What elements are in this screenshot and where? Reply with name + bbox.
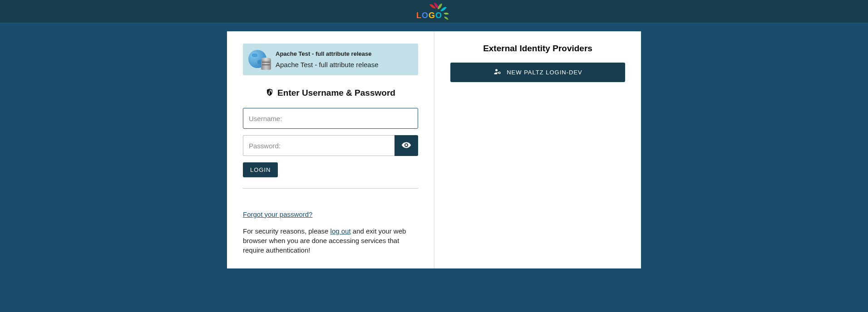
form-heading: Enter Username & Password bbox=[243, 88, 418, 98]
forgot-password-link[interactable]: Forgot your password? bbox=[243, 210, 418, 218]
login-panel: Apache Test - full attribute release Apa… bbox=[227, 31, 434, 268]
logout-link[interactable]: log out bbox=[330, 227, 351, 235]
svg-point-0 bbox=[495, 69, 498, 71]
logo-leaves-icon: LOGO bbox=[416, 2, 452, 20]
external-idp-panel: External Identity Providers NEW PALTZ LO… bbox=[434, 31, 641, 268]
password-row bbox=[243, 135, 418, 156]
person-key-icon bbox=[493, 67, 502, 78]
eye-icon bbox=[401, 140, 411, 151]
password-input[interactable] bbox=[243, 135, 395, 156]
username-input[interactable] bbox=[243, 108, 418, 129]
security-notice: For security reasons, please log out and… bbox=[243, 226, 418, 255]
security-prefix: For security reasons, please bbox=[243, 227, 330, 235]
svg-point-1 bbox=[498, 72, 500, 74]
form-heading-text: Enter Username & Password bbox=[277, 88, 395, 98]
service-globe-db-icon bbox=[248, 50, 272, 69]
divider bbox=[243, 188, 418, 189]
service-text: Apache Test - full attribute release Apa… bbox=[276, 50, 413, 68]
main-container: Apache Test - full attribute release Apa… bbox=[227, 31, 641, 268]
service-description: Apache Test - full attribute release bbox=[276, 61, 413, 68]
external-idp-heading: External Identity Providers bbox=[450, 44, 625, 54]
service-banner: Apache Test - full attribute release Apa… bbox=[243, 44, 418, 75]
page-header: LOGO bbox=[0, 0, 868, 23]
logo-text: LOGO bbox=[416, 11, 442, 20]
reveal-password-button[interactable] bbox=[395, 135, 418, 156]
logo: LOGO bbox=[416, 2, 452, 20]
external-idp-button[interactable]: NEW PALTZ LOGIN-DEV bbox=[450, 63, 625, 82]
login-button[interactable]: LOGIN bbox=[243, 162, 278, 177]
service-title: Apache Test - full attribute release bbox=[276, 50, 413, 57]
shield-icon bbox=[266, 88, 274, 98]
external-idp-button-label: NEW PALTZ LOGIN-DEV bbox=[507, 69, 582, 76]
